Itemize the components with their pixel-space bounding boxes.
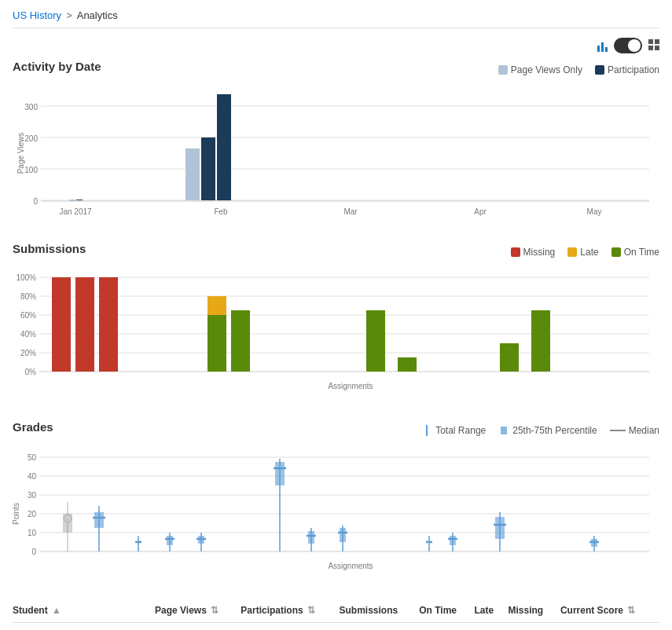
- bar-g3-missing: [99, 277, 118, 372]
- bar-feb-participation: [201, 137, 215, 200]
- legend-pageviews-dot: [498, 65, 508, 75]
- svg-text:20%: 20%: [20, 349, 36, 357]
- svg-text:50: 50: [28, 453, 37, 462]
- svg-text:Jan 2017: Jan 2017: [59, 207, 92, 216]
- bar-feb-pageviews: [185, 148, 200, 200]
- svg-rect-0: [648, 39, 653, 44]
- grid-icon[interactable]: [648, 39, 659, 53]
- median-icon: [610, 429, 626, 432]
- svg-text:300: 300: [24, 103, 38, 112]
- submissions-legend: Missing Late On Time: [511, 247, 659, 258]
- legend-percentile-label: 25th-75th Percentile: [512, 425, 597, 436]
- ontime-0: 5: [419, 623, 474, 631]
- svg-text:Points: Points: [13, 503, 20, 525]
- score-0: 97.02%: [560, 623, 659, 631]
- score-sort-icon: ⇅: [627, 605, 635, 616]
- svg-text:Assignments: Assignments: [328, 562, 373, 570]
- svg-rect-32: [426, 425, 428, 436]
- view-toggle-row: [13, 38, 659, 53]
- activity-title: Activity by Date: [13, 60, 101, 73]
- bar-g4-ontime: [207, 315, 226, 372]
- submissions-section: Submissions Missing Late On Time: [13, 242, 659, 405]
- legend-ontime-dot: [611, 247, 621, 257]
- bar-chart-icon[interactable]: [597, 39, 608, 52]
- participations-sort-icon: ⇅: [307, 605, 315, 616]
- activity-header: Activity by Date Page Views Only Partici…: [13, 60, 659, 79]
- svg-text:30: 30: [28, 491, 37, 500]
- page-container: US History > Analytics Activity by Date: [0, 0, 672, 630]
- grade-median-1: [64, 515, 72, 522]
- svg-text:60%: 60%: [20, 311, 36, 320]
- svg-text:20: 20: [28, 510, 37, 518]
- legend-pageviews: Page Views Only: [498, 64, 582, 75]
- col-score[interactable]: Current Score ⇅: [560, 599, 659, 623]
- legend-ontime: On Time: [611, 247, 659, 258]
- svg-rect-1: [655, 39, 659, 44]
- grades-title: Grades: [13, 420, 53, 434]
- breadcrumb-separator: >: [66, 9, 72, 21]
- bar-g5-ontime: [231, 310, 250, 372]
- breadcrumb-current: Analytics: [77, 9, 118, 21]
- svg-text:Mar: Mar: [343, 207, 358, 216]
- missing-0: 3: [508, 623, 560, 631]
- legend-total-range-label: Total Range: [435, 425, 486, 436]
- svg-rect-65: [450, 536, 456, 545]
- student-table-section: Student ▲ Page Views ⇅ Participations ⇅ …: [13, 599, 659, 630]
- bar-g4-late: [207, 296, 226, 315]
- bar-g6-ontime: [366, 310, 385, 372]
- col-participations[interactable]: Participations ⇅: [241, 599, 339, 623]
- student-cell-0: Emily Anne Boone: [13, 623, 155, 631]
- percentile-icon: [498, 425, 509, 436]
- breadcrumb: US History > Analytics: [13, 9, 659, 28]
- legend-pageviews-label: Page Views Only: [511, 64, 582, 75]
- bar-g1-missing: [52, 277, 71, 372]
- col-pageviews[interactable]: Page Views ⇅: [155, 599, 241, 623]
- late-0: 0: [474, 623, 508, 631]
- svg-rect-3: [655, 46, 659, 50]
- legend-median-label: Median: [629, 425, 659, 436]
- bar-g2-missing: [75, 277, 94, 372]
- legend-percentile: 25th-75th Percentile: [498, 425, 597, 436]
- svg-text:10: 10: [28, 529, 37, 537]
- legend-median: Median: [610, 425, 659, 436]
- svg-text:40: 40: [28, 472, 37, 481]
- grade-pct-2: [94, 512, 104, 528]
- col-ontime: On Time: [419, 599, 474, 623]
- bar-jan-participation: [76, 200, 83, 200]
- svg-text:100%: 100%: [16, 273, 36, 282]
- breadcrumb-course-link[interactable]: US History: [13, 9, 61, 21]
- activity-chart: Page Views 0 100 200 300: [13, 82, 659, 226]
- student-sort-icon: ▲: [52, 605, 61, 616]
- submissions-title: Submissions: [13, 242, 86, 255]
- grade-pct-6: [495, 517, 505, 539]
- activity-legend: Page Views Only Participation: [498, 64, 659, 75]
- legend-late: Late: [567, 247, 598, 258]
- svg-rect-2: [648, 46, 653, 50]
- toggle-switch[interactable]: [614, 38, 642, 53]
- legend-ontime-label: On Time: [624, 247, 659, 258]
- svg-text:0%: 0%: [25, 368, 37, 376]
- svg-text:Apr: Apr: [474, 207, 487, 216]
- legend-participation: Participation: [595, 64, 659, 75]
- legend-late-label: Late: [580, 247, 598, 258]
- svg-text:80%: 80%: [20, 292, 36, 301]
- grades-section: Grades Total Range 25th-75th Percentile …: [13, 420, 659, 583]
- grades-header: Grades Total Range 25th-75th Percentile …: [13, 420, 659, 440]
- submissions-chart-svg: 100% 80% 60% 40% 20% 0%: [13, 265, 657, 402]
- legend-missing-label: Missing: [523, 247, 556, 258]
- svg-rect-57: [308, 531, 314, 544]
- submissions-header: Submissions Missing Late On Time: [13, 242, 659, 262]
- bar-g8-ontime: [500, 343, 519, 372]
- svg-text:200: 200: [24, 134, 38, 143]
- bar-g7-ontime: [398, 357, 417, 372]
- bar-g9-ontime: [531, 310, 550, 372]
- activity-section: Activity by Date Page Views Only Partici…: [13, 60, 659, 226]
- grade-pct-3: [275, 462, 285, 485]
- svg-text:May: May: [587, 207, 602, 216]
- col-student[interactable]: Student ▲: [13, 599, 155, 623]
- legend-missing-dot: [511, 247, 520, 257]
- legend-missing: Missing: [511, 247, 556, 258]
- legend-late-dot: [567, 247, 577, 257]
- grades-legend: Total Range 25th-75th Percentile Median: [421, 425, 659, 436]
- col-missing: Missing: [508, 599, 560, 623]
